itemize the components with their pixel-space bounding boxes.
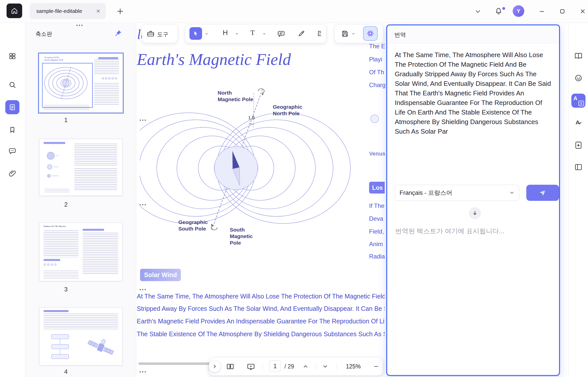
select-chevron-icon (509, 190, 514, 195)
thumbnail-panel-title: 축소판 (36, 30, 52, 38)
zoom-out-icon[interactable] (373, 363, 379, 369)
search-icon[interactable] (7, 79, 18, 90)
translation-result-placeholder: 번역된 텍스트가 여기에 표시됩니다... (395, 227, 551, 236)
chevron-right-icon (212, 364, 217, 369)
target-language-select[interactable]: Français - 프랑스어 (395, 185, 519, 201)
add-tab-icon[interactable] (116, 8, 124, 15)
right-sidebar: A 文 A (568, 23, 588, 377)
previous-page-icon[interactable] (303, 363, 309, 369)
horizontal-scrollbar[interactable] (138, 362, 212, 365)
page-thumbnail-4[interactable] (39, 308, 122, 365)
paper-plane-icon (539, 189, 546, 197)
translate-panel-icon[interactable]: A 文 (571, 94, 585, 108)
comment-icon[interactable] (7, 145, 18, 157)
thumbnails-panel-icon[interactable] (5, 100, 19, 114)
app-window: sample-file-editable Y (0, 0, 588, 377)
label-geographic-south-pole: GeographicSouth Pole (178, 219, 208, 232)
panel-drag-handle[interactable] (75, 23, 84, 27)
clipped-list-item: If The (369, 202, 386, 209)
text-edit-icon[interactable]: A (573, 117, 584, 128)
pin-icon[interactable] (115, 29, 122, 37)
ai-assistant-button[interactable] (363, 26, 378, 41)
reader-mode-icon[interactable] (573, 50, 584, 61)
thumb-circles (44, 263, 56, 266)
translation-panel-title: 번역 (394, 31, 406, 39)
view-controls-bar: 1 / 29 125% (209, 357, 383, 375)
pdf-paragraph-line: At The Same Time, The Atmosphere Will Al… (137, 293, 385, 300)
save-icon[interactable] (341, 30, 349, 38)
toolbox-icon (147, 30, 155, 38)
presentation-mode-icon[interactable] (247, 362, 255, 371)
pdf-paragraph-line: The Stable Existence Of The Atmosphere B… (137, 330, 385, 338)
home-button[interactable] (7, 4, 22, 18)
page-thumbnail-3[interactable]: Evidence For The Theories (39, 223, 122, 281)
avatar[interactable]: Y (513, 5, 524, 17)
translation-panel-header: 번역 (387, 25, 559, 43)
chevron-down-icon[interactable] (474, 8, 481, 15)
page-menu-icon[interactable] (138, 203, 147, 207)
page-number: 3 (64, 286, 68, 293)
notification-bell-icon[interactable] (494, 7, 503, 16)
textbox-tool-icon[interactable] (317, 30, 324, 37)
thumb1-title: Formation Of The Earth's Magnetic Field (45, 56, 94, 61)
tab-title: sample-file-editable (36, 8, 96, 14)
page-menu-icon[interactable] (138, 287, 147, 292)
svg-text:A: A (576, 119, 580, 126)
minimize-icon[interactable] (539, 8, 545, 15)
maximize-icon[interactable] (559, 8, 566, 15)
page-menu-icon[interactable] (138, 118, 147, 122)
expand-bar-button[interactable] (209, 361, 220, 372)
select-tool-caret-icon[interactable] (205, 32, 209, 36)
translation-source-text[interactable]: At The Same Time, The Atmosphere Will Al… (395, 50, 553, 136)
page-number-input[interactable]: 1 (269, 360, 281, 372)
clipped-text: Of Th (369, 69, 386, 76)
clipped-los-button[interactable]: Los (369, 182, 385, 194)
tools-menu-button[interactable]: 도구 (142, 24, 178, 43)
two-page-view-icon[interactable] (226, 362, 235, 371)
text-tool-button[interactable]: T (250, 29, 255, 37)
clipped-planet-circle (370, 115, 379, 123)
feedback-smiley-icon[interactable] (573, 72, 584, 84)
document-tab[interactable]: sample-file-editable (30, 3, 106, 19)
notification-badge (502, 7, 506, 10)
arrow-down-icon (472, 210, 478, 216)
label-axis-angle: 1.5 (248, 115, 255, 121)
bookmark-icon[interactable] (7, 124, 18, 135)
ai-summary-doc-icon[interactable] (573, 140, 584, 151)
solar-wind-heading-badge: Solar Wind (140, 269, 181, 281)
text-tool-caret-icon[interactable] (262, 32, 266, 36)
heading-tool-button[interactable]: H (223, 29, 228, 37)
thumb-decoration (98, 57, 118, 59)
save-ai-toolbar (335, 24, 383, 43)
magnetic-field-diagram (140, 86, 356, 244)
selected-language-label: Français - 프랑스어 (400, 189, 509, 197)
select-tool-button[interactable] (189, 27, 202, 40)
page-menu-icon[interactable] (138, 370, 147, 374)
layout-panes-icon[interactable] (573, 162, 584, 173)
translation-panel: 번역 At The Same Time, The Atmosphere Will… (386, 24, 560, 376)
apps-grid-icon[interactable] (7, 51, 18, 62)
pen-tool-icon[interactable] (298, 30, 305, 37)
save-caret-icon[interactable] (351, 32, 355, 36)
direction-arrow (469, 207, 481, 219)
thumb3-title: Evidence For The Theories (44, 225, 102, 228)
left-sidebar (0, 23, 25, 377)
attachment-icon[interactable] (7, 168, 18, 179)
next-page-icon[interactable] (322, 363, 328, 369)
pdf-paragraph-line: Earth's Magnetic Field Provides An Indis… (137, 318, 385, 325)
tools-label: 도구 (157, 31, 168, 38)
close-tab-icon[interactable] (96, 9, 101, 14)
heading-tool-caret-icon[interactable] (235, 32, 239, 36)
zoom-level-label[interactable]: 125% (346, 363, 361, 370)
page-thumbnail-2[interactable] (39, 139, 122, 196)
label-geographic-north-pole: GeographicNorth Pole (273, 104, 302, 117)
label-north-magnetic-pole: NorthMagnetic Pole (218, 90, 253, 103)
comment-tool-icon[interactable] (277, 30, 285, 38)
close-window-icon[interactable] (579, 8, 586, 15)
translate-send-button[interactable] (526, 185, 559, 201)
thumb-text-lines (94, 59, 119, 74)
pdf-title: Earth's Magnetic Field (137, 50, 291, 69)
page-thumbnail-1[interactable]: Formation Of The Earth's Magnetic Field (39, 54, 122, 112)
edit-toolbar: H T (185, 24, 326, 43)
title-bar: sample-file-editable Y (0, 0, 588, 23)
